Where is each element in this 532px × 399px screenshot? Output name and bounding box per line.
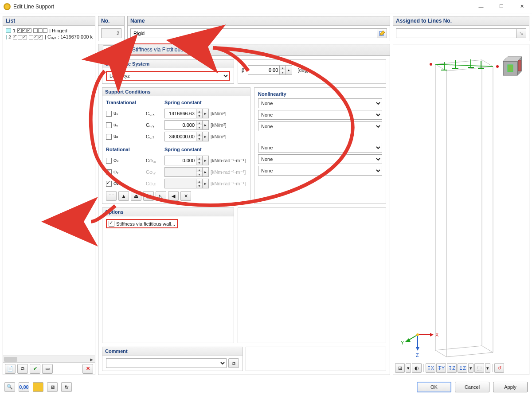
- fictitious-wall-checkbox[interactable]: [109, 221, 114, 227]
- ok-button[interactable]: OK: [417, 382, 451, 392]
- display-button[interactable]: 🖥: [47, 382, 58, 392]
- svg-point-2: [496, 65, 499, 68]
- assigned-panel: Assigned to Lines No. ↘: [393, 16, 529, 41]
- tab-stiffness-fictitious-wall[interactable]: Stiffness via Fictitious Wall: [126, 43, 201, 55]
- units-button[interactable]: 0,00: [19, 382, 29, 392]
- view-dd-button[interactable]: ▾: [406, 363, 411, 373]
- delete-button[interactable]: ✕: [82, 364, 93, 374]
- phiz-checkbox[interactable]: [106, 181, 112, 187]
- list-scrollbar[interactable]: ◄ ►: [3, 356, 95, 362]
- close-button[interactable]: ✕: [512, 0, 532, 13]
- fx-icon: fx: [65, 384, 69, 390]
- color-button[interactable]: [33, 382, 43, 392]
- number-panel: No. 2: [98, 16, 125, 41]
- axis-x-button[interactable]: ↧X: [426, 363, 435, 373]
- list-item[interactable]: 2 | Cᵤ,ₓ : 1416670.000 k: [5, 34, 93, 40]
- assigned-field[interactable]: [396, 28, 516, 38]
- svg-point-16: [416, 333, 419, 336]
- cuz-input[interactable]: ▲▼▸: [164, 132, 209, 141]
- nl-phix-select[interactable]: None: [258, 143, 382, 153]
- select-button[interactable]: ▭: [42, 364, 53, 374]
- svg-marker-14: [416, 347, 419, 351]
- list-panel: List 1 | Hinged 2 | Cᵤ,ₓ : 1416670.000 k: [3, 16, 95, 375]
- beta-input[interactable]: ▲▼ ▸: [248, 65, 292, 75]
- function-button[interactable]: fx: [61, 382, 72, 392]
- preview-toolbar: ⊞ ▾ ◐ ↧X ↧Y ↧Z ↥Z ▾ ⬚ ▾ ↺: [395, 363, 527, 373]
- view-dd3-button[interactable]: ▾: [485, 363, 490, 373]
- nl-phiz-select[interactable]: None: [258, 166, 382, 176]
- reset-view-button[interactable]: ↺: [494, 363, 504, 373]
- maximize-button[interactable]: ☐: [491, 0, 512, 13]
- svg-rect-6: [518, 60, 521, 71]
- model-preview[interactable]: X Y Z: [393, 44, 530, 364]
- title-bar: Edit Line Support — ☐ ✕: [0, 0, 532, 13]
- color-swatch: [6, 28, 11, 33]
- number-field[interactable]: 2: [101, 28, 121, 38]
- axis-y-button[interactable]: ↧Y: [436, 363, 446, 373]
- list-header: List: [3, 16, 95, 26]
- monitor-icon: 🖥: [50, 384, 55, 390]
- nl-phiy-select[interactable]: None: [258, 154, 382, 164]
- svg-marker-11: [405, 338, 411, 342]
- comment-library-button[interactable]: ⧉: [228, 358, 239, 368]
- svg-line-10: [409, 335, 418, 340]
- preset-icon[interactable]: ◺: [156, 191, 166, 201]
- preset-icon[interactable]: ⌒: [106, 191, 117, 201]
- cux-input[interactable]: ▲▼▸: [164, 109, 209, 118]
- check-button[interactable]: ✔: [30, 364, 40, 374]
- bottom-bar: 🔍 0,00 🖥 fx OK Cancel Apply: [0, 378, 532, 395]
- nl-ux-select[interactable]: None: [258, 98, 382, 108]
- tab-strip: Main Stiffness via Fictitious Wall: [98, 44, 390, 55]
- nl-uz-select[interactable]: None: [258, 121, 382, 131]
- preset-icon[interactable]: ⏏: [131, 191, 141, 201]
- svg-text:X: X: [435, 332, 439, 337]
- view-dd2-button[interactable]: ▾: [468, 363, 473, 373]
- uy-checkbox[interactable]: [106, 122, 112, 128]
- axis-neg-z-button[interactable]: ↥Z: [458, 363, 467, 373]
- coordinate-system-select[interactable]: Local xyz: [106, 71, 230, 81]
- list-toolbar: 📄 ⧉ ✔ ▭ ✕: [3, 362, 95, 375]
- phiy-checkbox[interactable]: [106, 169, 112, 175]
- scroll-right-icon[interactable]: ►: [88, 356, 95, 363]
- app-icon: [4, 3, 11, 10]
- axis-z-button[interactable]: ↧Z: [447, 363, 457, 373]
- preview-panel: X Y Z ⊞ ▾ ◐ ↧X ↧Y ↧Z ↥Z ▾ ⬚: [393, 44, 529, 375]
- list-body[interactable]: 1 | Hinged 2 | Cᵤ,ₓ : 1416670.000 k: [3, 26, 95, 356]
- pick-lines-button[interactable]: ↘: [516, 28, 526, 38]
- shade-button[interactable]: ◐: [412, 363, 422, 373]
- preset-icon[interactable]: ✕: [180, 191, 191, 201]
- cuy-input[interactable]: ▲▼▸: [164, 120, 209, 130]
- preset-icon[interactable]: ▲: [118, 191, 129, 201]
- comment-select[interactable]: [106, 358, 227, 368]
- cancel-button[interactable]: Cancel: [455, 382, 489, 392]
- list-item[interactable]: 1 | Hinged: [5, 27, 93, 34]
- view-button[interactable]: ⊞: [395, 363, 405, 373]
- cphiy-input: ▲▼▸: [164, 167, 209, 177]
- svg-point-1: [430, 63, 432, 66]
- nl-uy-select[interactable]: None: [258, 110, 382, 120]
- beta-label: β: [242, 67, 244, 73]
- fictitious-wall-option[interactable]: Stiffness via fictitious wall...: [106, 219, 178, 228]
- tab-main[interactable]: Main: [103, 45, 126, 56]
- help-button[interactable]: 🔍: [4, 382, 15, 392]
- name-field[interactable]: [130, 28, 377, 38]
- preset-icon[interactable]: ◿: [143, 191, 154, 201]
- cphiz-input: ▲▼▸: [164, 179, 209, 188]
- cphix-input[interactable]: ▲▼▸: [164, 156, 209, 165]
- preset-icon[interactable]: ◀: [168, 191, 179, 201]
- name-panel: Name: [127, 16, 390, 41]
- edit-name-button[interactable]: [377, 28, 387, 38]
- copy-button[interactable]: ⧉: [17, 364, 28, 374]
- phix-checkbox[interactable]: [106, 158, 112, 164]
- window-title: Edit Line Support: [13, 4, 471, 10]
- ux-checkbox[interactable]: [106, 111, 112, 117]
- iso-button[interactable]: ⬚: [474, 363, 484, 373]
- search-icon: 🔍: [7, 384, 13, 390]
- svg-marker-8: [430, 333, 434, 336]
- svg-text:Y: Y: [401, 340, 404, 345]
- apply-button[interactable]: Apply: [493, 382, 528, 392]
- new-button[interactable]: 📄: [5, 364, 16, 374]
- uz-checkbox[interactable]: [106, 134, 112, 140]
- minimize-button[interactable]: —: [471, 0, 491, 13]
- svg-text:Z: Z: [416, 352, 419, 358]
